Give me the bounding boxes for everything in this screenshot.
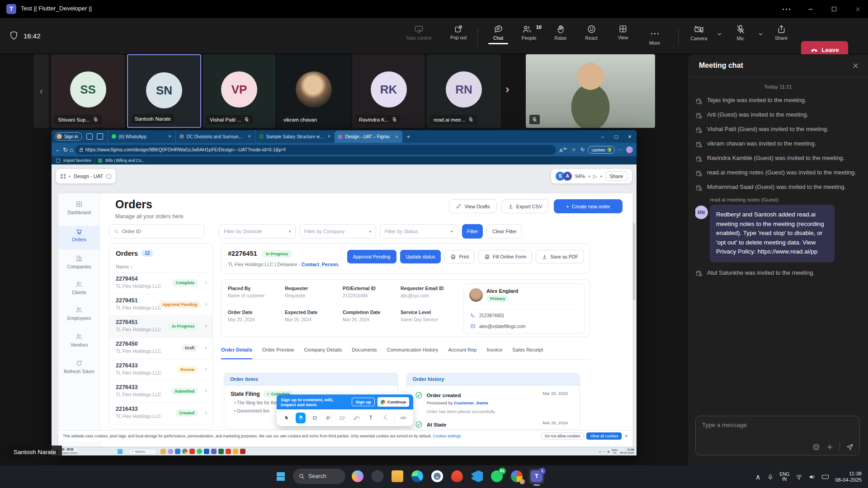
- filmstrip-prev-button[interactable]: ‹: [33, 54, 49, 128]
- window-more-icon[interactable]: [776, 0, 797, 18]
- sidebar-item-orders[interactable]: Orders: [58, 228, 100, 242]
- tray-mic-icon[interactable]: [767, 473, 774, 481]
- react-button[interactable]: React: [578, 24, 605, 41]
- mic-button[interactable]: Mic: [727, 24, 754, 41]
- tray-battery-icon[interactable]: [822, 475, 829, 479]
- frame-tool-icon[interactable]: #˅: [324, 413, 334, 423]
- taskbar-clock[interactable]: 11:3808-04-2025: [835, 470, 862, 483]
- tab-close-icon[interactable]: ✕: [327, 134, 331, 139]
- sidebar-item-companies[interactable]: Companies: [58, 255, 100, 269]
- new-tab-button[interactable]: +: [407, 133, 410, 140]
- order-row[interactable]: 2279454TL Flex Holdings LLCComplete›: [109, 272, 212, 294]
- participant-tile[interactable]: VP Vishal Patil ...: [203, 54, 275, 128]
- filter-company-select[interactable]: Filter by Company▾: [299, 224, 376, 239]
- tab-communication-history[interactable]: Communication History: [387, 347, 439, 359]
- history-icon[interactable]: ↻: [580, 147, 585, 153]
- browser-minimize-button[interactable]: –: [596, 134, 609, 139]
- chat-message-list[interactable]: Today 11:21 Tejas Ingle was invited to t…: [695, 80, 861, 407]
- zoom-level[interactable]: 94%: [575, 174, 585, 179]
- sidebar-item-refresh-token[interactable]: Refresh Token: [58, 360, 100, 374]
- tab-close-icon[interactable]: ✕: [248, 134, 251, 139]
- contact-phone[interactable]: 2123874901: [479, 313, 505, 318]
- browser-settings-icon[interactable]: ⋯: [618, 147, 623, 153]
- shared-taskbar-icon[interactable]: [218, 449, 224, 454]
- emoji-icon[interactable]: [812, 442, 820, 450]
- participant-tile[interactable]: SN Santosh Narate: [127, 54, 201, 128]
- camera-button[interactable]: Camera: [685, 24, 712, 41]
- column-header-name[interactable]: Name ↓: [109, 261, 212, 272]
- bookmark-link[interactable]: Bills | Billing and Co...: [105, 158, 145, 163]
- present-icon[interactable]: ▷: [593, 174, 597, 179]
- taskbar-explorer-icon[interactable]: [390, 469, 405, 484]
- order-id-input[interactable]: [122, 229, 200, 234]
- browser-tab[interactable]: (6) WhatsApp✕: [108, 130, 175, 143]
- view-button[interactable]: View: [609, 24, 637, 40]
- tab-company-details[interactable]: Company Details: [304, 347, 342, 359]
- tray-chevron-icon[interactable]: ∧: [755, 473, 761, 481]
- shared-taskbar-icon[interactable]: [182, 449, 188, 454]
- filter-clear-button[interactable]: Clear Filter: [487, 224, 522, 239]
- mic-options-chevron-icon[interactable]: [758, 30, 764, 38]
- shape-tool-icon[interactable]: □˅: [338, 413, 348, 423]
- tab-documents[interactable]: Documents: [352, 347, 377, 359]
- move-tool-icon[interactable]: [282, 413, 292, 423]
- reload-icon[interactable]: ↻: [63, 146, 68, 153]
- tab-order-preview[interactable]: Order Preview: [262, 347, 294, 359]
- address-bar[interactable]: https://www.figma.com/design/9BKQ0FOHRWa…: [75, 145, 557, 155]
- scale-tool-icon[interactable]: O: [310, 413, 320, 423]
- tray-wifi-icon[interactable]: [796, 473, 802, 481]
- contact-person-link[interactable]: Contact_Person.: [302, 262, 339, 267]
- dev-mode-toggle-icon[interactable]: </>: [398, 413, 408, 423]
- shared-taskbar-icon[interactable]: [226, 449, 231, 454]
- import-favorites-link[interactable]: Import favorites: [63, 158, 91, 163]
- tab-close-icon[interactable]: ✕: [168, 134, 172, 139]
- more-button[interactable]: More: [641, 24, 668, 46]
- order-row[interactable]: 2276433TL Flex Holdings LLCSubmitted›: [109, 381, 212, 403]
- browser-tab[interactable]: Sample Salary Structure with calc✕: [255, 130, 335, 143]
- home-icon[interactable]: ⌂: [70, 146, 73, 153]
- taskbar-search-box[interactable]: Search: [293, 469, 345, 484]
- window-minimize-button[interactable]: –: [800, 0, 821, 18]
- signup-button[interactable]: Sign up: [352, 398, 375, 406]
- shared-start-icon[interactable]: [118, 449, 123, 454]
- taskbar-whatsapp-icon[interactable]: 81: [489, 469, 505, 484]
- chat-button[interactable]: Chat: [485, 24, 512, 44]
- participant-tile[interactable]: RN read.ai mee...: [427, 54, 501, 128]
- browser-update-button[interactable]: Update: [588, 146, 615, 154]
- order-row[interactable]: 2276433TL Flex Holdings LLCReview›: [109, 359, 212, 381]
- window-maximize-button[interactable]: [824, 0, 844, 18]
- resources-tool-icon[interactable]: ⠪: [380, 413, 390, 423]
- layout-icon[interactable]: [106, 174, 111, 178]
- figma-doc-pill[interactable]: ▾ Design - UAT: [56, 169, 116, 183]
- attach-plus-icon[interactable]: [826, 442, 834, 450]
- create-new-order-button[interactable]: +Create new order: [554, 199, 623, 213]
- tab-close-icon[interactable]: ✕: [395, 135, 399, 139]
- sidebar-item-vendors[interactable]: Vendors: [58, 333, 100, 347]
- browser-close-button[interactable]: ✕: [623, 134, 637, 139]
- taskbar-edge-icon[interactable]: [410, 469, 425, 484]
- shared-search-box[interactable]: ⌕Search: [129, 449, 157, 455]
- taskbar-brave-icon[interactable]: [449, 469, 465, 484]
- filter-domicile-select[interactable]: Filter by Domicile▾: [219, 224, 296, 239]
- hand-tool-icon[interactable]: [296, 413, 306, 423]
- shared-taskbar-icon[interactable]: [233, 449, 238, 454]
- order-row[interactable]: 2279451TL Flex Holdings LLCApproval Pend…: [109, 294, 212, 316]
- cookies-settings-link[interactable]: Cookies settings: [433, 434, 461, 438]
- participant-tile[interactable]: RK Ravindra K...: [352, 54, 425, 128]
- send-message-icon[interactable]: [846, 442, 854, 451]
- participant-tile[interactable]: vikram chavan: [277, 54, 350, 128]
- favorite-star-icon[interactable]: ☆: [571, 147, 576, 153]
- chat-input-box[interactable]: [695, 416, 860, 455]
- google-continue-button[interactable]: Continue: [377, 397, 409, 407]
- browser-maximize-button[interactable]: ▢: [609, 134, 623, 139]
- shared-taskbar-icon[interactable]: [240, 449, 245, 454]
- filter-apply-button[interactable]: Filter: [462, 224, 483, 239]
- raise-hand-button[interactable]: Raise: [547, 24, 574, 41]
- chat-message[interactable]: RN Redberyl and Santosh added read.ai me…: [710, 205, 861, 262]
- customer-name-link[interactable]: Customer_Name: [454, 400, 488, 405]
- deny-cookies-button[interactable]: Do not allow cookies: [541, 432, 584, 440]
- collaborator-avatar[interactable]: A: [563, 172, 572, 181]
- browser-signin-button[interactable]: Sign in: [55, 132, 82, 141]
- fill-online-form-button[interactable]: Fill Online Form: [478, 250, 532, 263]
- figma-share-button[interactable]: Share: [605, 171, 627, 181]
